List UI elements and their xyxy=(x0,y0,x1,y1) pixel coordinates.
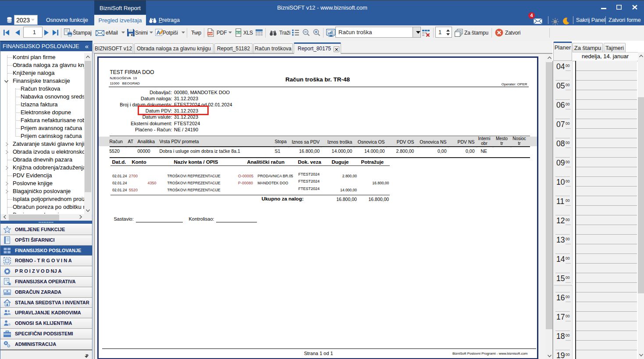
svg-text:XLS: XLS xyxy=(236,32,241,34)
svg-text:PDF: PDF xyxy=(208,32,213,35)
